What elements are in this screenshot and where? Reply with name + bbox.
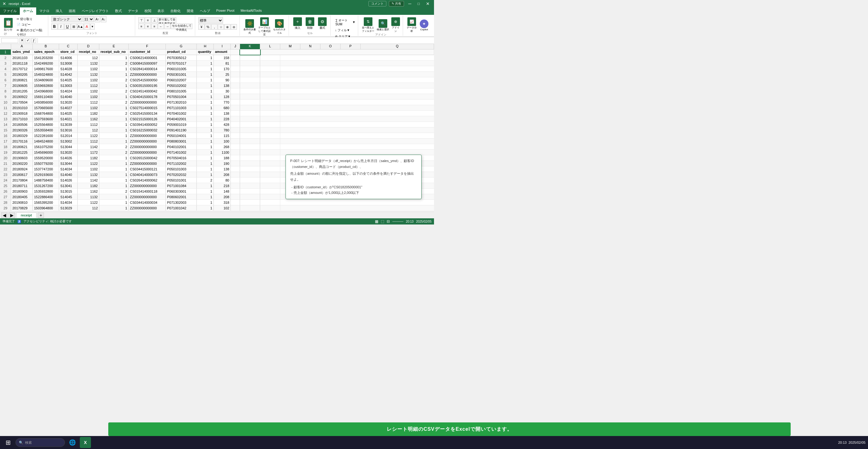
cell[interactable]: 20190326 (11, 127, 33, 133)
cell[interactable]: S13029 (59, 205, 78, 211)
cell[interactable]: 1 (197, 144, 214, 149)
cell[interactable]: 2 (197, 178, 214, 183)
cell[interactable]: ZZ000000000000 (129, 138, 166, 144)
cell[interactable]: 1 (99, 127, 129, 133)
cell[interactable]: 1 (197, 55, 214, 60)
cell-c1[interactable]: store_cd (59, 50, 78, 55)
cell[interactable]: 1 (99, 133, 129, 138)
comment-button[interactable]: コメント (368, 1, 386, 6)
cell[interactable]: P071001042 (166, 205, 197, 211)
cell[interactable]: S14021 (59, 116, 78, 122)
next-sheet-btn[interactable]: ▶ (9, 213, 15, 218)
cell[interactable] (260, 172, 280, 177)
cell[interactable]: P059001019 (166, 122, 197, 127)
cell[interactable]: 1 (99, 183, 129, 188)
col-header-q[interactable]: Q (361, 44, 434, 49)
cell[interactable] (231, 83, 240, 88)
cell[interactable]: 2 (99, 111, 129, 116)
cell-g1[interactable]: product_cd (166, 50, 197, 55)
cell[interactable]: 1102 (78, 94, 99, 99)
cell[interactable]: CS026515000042 (129, 155, 166, 160)
share-button[interactable]: ✎ 共有 (389, 1, 404, 6)
cell[interactable]: CS025415000134 (129, 111, 166, 116)
cell[interactable]: 20181103 (11, 55, 33, 60)
tab-help[interactable]: ヘルプ (197, 7, 213, 15)
cell-l1[interactable] (260, 50, 434, 55)
cell[interactable]: 1522281600 (33, 133, 59, 138)
cell[interactable] (260, 200, 280, 205)
cell[interactable] (260, 66, 280, 71)
cell[interactable] (231, 61, 240, 66)
col-header-a[interactable]: A (11, 44, 33, 49)
cell[interactable]: 20190205 (11, 72, 33, 77)
cell[interactable] (260, 133, 280, 138)
cell[interactable]: P070701017 (166, 61, 197, 66)
cell[interactable]: P060102007 (166, 77, 197, 83)
cell[interactable]: 1 (99, 116, 129, 122)
tab-draw[interactable]: 描画 (66, 7, 79, 15)
cell[interactable]: 2 (99, 150, 129, 155)
cell[interactable]: P070202032 (166, 172, 197, 177)
cell[interactable]: 1 (197, 72, 214, 77)
cell[interactable]: 1 (197, 200, 214, 205)
cell[interactable]: CS016215000032 (129, 127, 166, 133)
cell[interactable]: 1 (99, 72, 129, 77)
cell[interactable]: 112 (78, 127, 99, 133)
cell[interactable]: 20181118 (11, 61, 33, 66)
cell[interactable]: 1 (99, 200, 129, 205)
maximize-icon[interactable]: □ (416, 2, 422, 6)
cell[interactable]: 1 (197, 127, 214, 133)
cell[interactable] (240, 89, 260, 94)
cell[interactable]: P070501004 (166, 94, 197, 99)
align-top-btn[interactable]: ⊤ (138, 17, 145, 23)
cell[interactable]: 1531267200 (33, 183, 59, 188)
number-format-selector[interactable]: 標準 (198, 17, 223, 24)
tab-home[interactable]: ホーム (20, 7, 36, 15)
cell[interactable]: 1112 (78, 138, 99, 144)
cell[interactable] (231, 122, 240, 127)
cell[interactable] (260, 183, 280, 188)
cell[interactable]: 780 (214, 127, 231, 133)
cell[interactable]: 1 (99, 122, 129, 127)
cell-d1[interactable]: receipt_no (78, 50, 99, 55)
data-analysis-btn[interactable]: 📈 データ分析 (406, 17, 417, 33)
cell[interactable]: 190 (214, 161, 231, 166)
cell[interactable]: 20180506 (11, 122, 33, 127)
cell[interactable]: P071302003 (166, 200, 197, 205)
cell[interactable]: 1112 (78, 122, 99, 127)
cell[interactable] (240, 77, 260, 83)
cell[interactable]: CS003515000195 (129, 83, 166, 88)
cell[interactable] (260, 100, 280, 105)
cell[interactable]: 1 (197, 183, 214, 188)
cell[interactable]: 1172 (78, 150, 99, 155)
paste-button[interactable]: 📋 貼り付け (2, 17, 15, 37)
cell[interactable]: P050102002 (166, 83, 197, 88)
cell[interactable]: 20180617 (11, 172, 33, 177)
col-header-b[interactable]: B (33, 44, 59, 49)
cell[interactable]: CS021515000126 (129, 116, 166, 122)
decrease-font-btn[interactable]: A↓ (101, 16, 106, 22)
col-header-h[interactable]: H (197, 44, 214, 49)
cell[interactable] (231, 116, 240, 122)
cell[interactable]: 30 (214, 89, 231, 94)
cell[interactable]: 1122 (78, 200, 99, 205)
fill-btn[interactable]: ↓ フィル▼ (334, 28, 355, 33)
cell[interactable] (240, 194, 260, 199)
cell-j1[interactable] (231, 50, 240, 55)
cell[interactable]: 20190220 (11, 161, 33, 166)
cell[interactable]: 318 (214, 200, 231, 205)
comma3-btn[interactable]: ☆ (218, 24, 224, 30)
cell[interactable]: 268 (214, 144, 231, 149)
page-layout-btn[interactable]: ⬚ (381, 219, 384, 224)
cell[interactable]: 148 (214, 189, 231, 194)
cell[interactable]: 2 (99, 100, 129, 105)
cell[interactable]: P050101001 (166, 178, 197, 183)
cell[interactable] (231, 111, 240, 116)
cell[interactable]: P050301001 (166, 72, 197, 77)
col-header-p[interactable]: P (341, 44, 361, 49)
cell[interactable]: P060303001 (166, 189, 197, 194)
cell[interactable]: 20180711 (11, 183, 33, 188)
cell[interactable]: P060101005 (166, 66, 197, 71)
col-header-d[interactable]: D (78, 44, 99, 49)
copy-button[interactable]: 📄 コピー (16, 22, 45, 27)
